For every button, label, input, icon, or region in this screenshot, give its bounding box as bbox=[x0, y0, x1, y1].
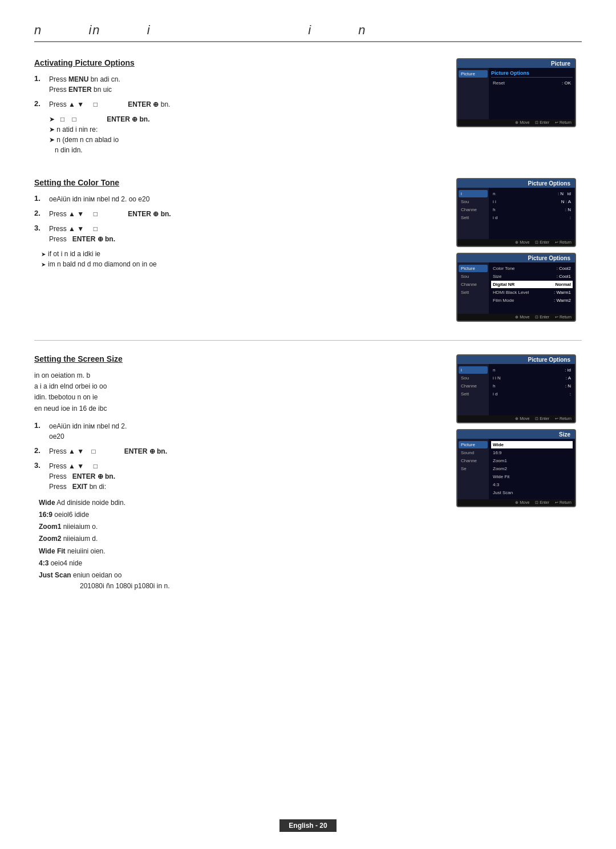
activating-step-3: ➤ □ □ ENTER ⊕ bn. ➤ n atid i nin re: ➤ n… bbox=[34, 114, 443, 155]
tv-left-picture-2b: Picture bbox=[459, 265, 488, 272]
screen-size-step-3: 3. Press ▲ ▼ □ Press ENTER ⊕ bn. Press E… bbox=[34, 461, 443, 492]
tv-left-picture: Picture bbox=[459, 70, 488, 78]
option-wide: Wide Ad diniside noide bdin. bbox=[39, 498, 443, 508]
tv-screen-body-1: Picture Picture Options Reset : OK bbox=[457, 68, 575, 119]
tv-menu-h-3a: h : N bbox=[491, 382, 573, 390]
tv-left-sou-2b: Sou bbox=[459, 273, 488, 280]
header-word3: i bbox=[147, 23, 151, 37]
tv-menu-i-3a: i i N : A bbox=[491, 374, 573, 382]
tv-left-panel-2a: i Sou Channe Sett bbox=[457, 188, 489, 239]
tv-menu-169-3b: 16:9 bbox=[491, 449, 573, 456]
tv-menu-d-2a: i d : bbox=[491, 214, 573, 221]
tv-screen-header-1: Picture bbox=[457, 59, 575, 68]
activating-content: Activating Picture Options 1. Press MENU… bbox=[34, 58, 443, 160]
tv-left-channe-2a: Channe bbox=[459, 206, 488, 213]
color-tone-title: Setting the Color Tone bbox=[34, 178, 443, 187]
color-tone-step-1: 1. oeAiün idn iniм nbel nd 2. oo e20 bbox=[34, 194, 443, 204]
option-widefit: Wide Fit neiuiini oien. bbox=[39, 546, 443, 557]
screen-size-step-1: 1. oeAiün idn iniм nbel nd 2.oe20 bbox=[34, 421, 443, 442]
color-tone-bullet-1: if ot i n id a idki ie bbox=[41, 249, 443, 259]
section-activating: Activating Picture Options 1. Press MENU… bbox=[34, 58, 582, 160]
tv-screen-activating: Picture Picture Picture Options Reset : … bbox=[456, 58, 576, 127]
tv-left-sett-2a: Sett bbox=[459, 214, 488, 221]
tv-left-sou-3a: Sou bbox=[459, 374, 488, 382]
color-tone-bullets: if ot i n id a idki ie im n bald nd d mo… bbox=[41, 249, 443, 269]
tv-left-se-3b: Se bbox=[459, 465, 488, 472]
tv-left-sou-2a: Sou bbox=[459, 198, 488, 205]
section-color-tone: Setting the Color Tone 1. oeAiün idn ini… bbox=[34, 178, 582, 322]
tv-left-panel-3a: i Sou Channe Sett bbox=[457, 364, 489, 415]
tv-menu-size: Size : Cool1 bbox=[491, 273, 573, 280]
tv-left-picture-3b: Picture bbox=[459, 441, 488, 448]
tv-left-channe-2b: Channe bbox=[459, 281, 488, 288]
tv-right-panel-2a: n : N id i i N : A h : N i d bbox=[489, 188, 575, 239]
header-word5: n bbox=[358, 23, 366, 37]
tv-menu-reset: Reset : OK bbox=[491, 79, 573, 87]
screen-size-title: Setting the Screen Size bbox=[34, 354, 443, 363]
page-footer: English - 20 bbox=[0, 819, 616, 832]
tv-menu-wide-3b: Wide bbox=[491, 441, 573, 448]
color-tone-bullet-2: im n bald nd d mo diamond on in oe bbox=[41, 259, 443, 269]
screen-size-content: Setting the Screen Size in on oeiation m… bbox=[34, 354, 443, 593]
tv-menu-d-3a: i d : bbox=[491, 390, 573, 398]
tv-screen-header-2b: Picture Options bbox=[457, 254, 575, 262]
tv-left-sett-3a: Sett bbox=[459, 390, 488, 398]
option-43: 4:3 oeio4 nide bbox=[39, 558, 443, 569]
tv-left-channe-3b: Channe bbox=[459, 457, 488, 464]
tv-left-picture-2a: i bbox=[459, 190, 488, 197]
tv-menu-justscan-3b: Just Scan bbox=[491, 489, 573, 496]
page-header: n in i i n bbox=[34, 23, 582, 42]
tv-menu-zoom2-3b: Zoom2 bbox=[491, 465, 573, 472]
tv-left-i-3a: i bbox=[459, 366, 488, 374]
activating-step-2: 2. Press ▲ ▼ □ ENTER ⊕ bn. bbox=[34, 99, 443, 110]
tv-footer-1: ⊕ Move ⊡ Enter ↩ Return bbox=[457, 119, 575, 126]
screen-size-options: Wide Ad diniside noide bdin. 16:9 oeiol6… bbox=[39, 498, 443, 592]
tv-right-panel-2b: Color Tone : Cool2 Size : Cool1 Digital … bbox=[489, 262, 575, 314]
activating-step-1: 1. Press MENU bn adi cn. Press ENTER bn … bbox=[34, 74, 443, 95]
tv-screen-header-3a: Picture Options bbox=[457, 355, 575, 364]
header-word1: n bbox=[34, 23, 42, 37]
screen-size-screens: Picture Options i Sou Channe Sett n : id bbox=[456, 354, 582, 593]
footer-label: English - 20 bbox=[279, 819, 336, 832]
option-169: 16:9 oeiol6 idide bbox=[39, 510, 443, 520]
tv-screen-color-2: Picture Options Picture Sou Channe Sett … bbox=[456, 253, 576, 322]
color-tone-step-2: 2. Press ▲ ▼ □ ENTER ⊕ bn. bbox=[34, 209, 443, 219]
tv-right-panel-1: Picture Options Reset : OK bbox=[489, 68, 575, 119]
tv-screen-size-2: Size Picture Sound Channe Se Wide 16:9 bbox=[456, 429, 576, 507]
screen-size-step-2: 2. Press ▲ ▼ □ ENTER ⊕ bn. bbox=[34, 446, 443, 456]
tv-screen-body-2a: i Sou Channe Sett n : N id i i N : A bbox=[457, 188, 575, 239]
option-zoom2: Zoom2 niieiaium d. bbox=[39, 533, 443, 544]
section-screen-size: Setting the Screen Size in on oeiation m… bbox=[34, 354, 582, 593]
tv-menu-widefit-3b: Wide Fit bbox=[491, 473, 573, 480]
tv-menu-h-2a: h : N bbox=[491, 206, 573, 213]
section-divider bbox=[34, 340, 582, 341]
tv-left-channe-3a: Channe bbox=[459, 382, 488, 390]
tv-menu-n-2a: n : N id bbox=[491, 190, 573, 197]
tv-screen-body-3a: i Sou Channe Sett n : id i i N : A bbox=[457, 364, 575, 415]
activating-title: Activating Picture Options bbox=[34, 58, 443, 67]
header-word2: in bbox=[88, 23, 100, 37]
tv-menu-hdmi: HDMI Black Level : Warm1 bbox=[491, 289, 573, 296]
tv-menu-title-1: Picture Options bbox=[491, 70, 573, 78]
activating-screens: Picture Picture Picture Options Reset : … bbox=[456, 58, 582, 160]
tv-left-panel-3b: Picture Sound Channe Se bbox=[457, 439, 489, 499]
tv-menu-n-3a: n : id bbox=[491, 366, 573, 374]
tv-menu-43-3b: 4:3 bbox=[491, 481, 573, 488]
tv-left-sett-2b: Sett bbox=[459, 289, 488, 296]
color-tone-screens: Picture Options i Sou Channe Sett n : N … bbox=[456, 178, 582, 322]
tv-menu-colortone: Color Tone : Cool2 bbox=[491, 265, 573, 272]
tv-left-sound-3b: Sound bbox=[459, 449, 488, 456]
tv-menu-zoom1-3b: Zoom1 bbox=[491, 457, 573, 464]
tv-right-panel-3a: n : id i i N : A h : N i d bbox=[489, 364, 575, 415]
tv-screen-body-3b: Picture Sound Channe Se Wide 16:9 Z bbox=[457, 439, 575, 499]
tv-right-panel-3b: Wide 16:9 Zoom1 Zoom2 Wide Fit bbox=[489, 439, 575, 499]
tv-footer-2a: ⊕ Move ⊡ Enter ↩ Return bbox=[457, 239, 575, 246]
tv-screen-size-1: Picture Options i Sou Channe Sett n : id bbox=[456, 354, 576, 423]
header-title: n in i i n bbox=[34, 23, 367, 38]
option-zoom1: Zoom1 niieiaium o. bbox=[39, 521, 443, 532]
tv-left-panel-2b: Picture Sou Channe Sett bbox=[457, 262, 489, 314]
color-tone-step-3: 3. Press ▲ ▼ □ Press ENTER ⊕ bn. bbox=[34, 224, 443, 244]
page-container: n in i i n Activating Picture Options 1. bbox=[0, 0, 616, 849]
tv-screen-header-3b: Size bbox=[457, 430, 575, 439]
screen-size-intro: in on oeiation m. b a i a idn elnd orbei… bbox=[34, 370, 443, 414]
